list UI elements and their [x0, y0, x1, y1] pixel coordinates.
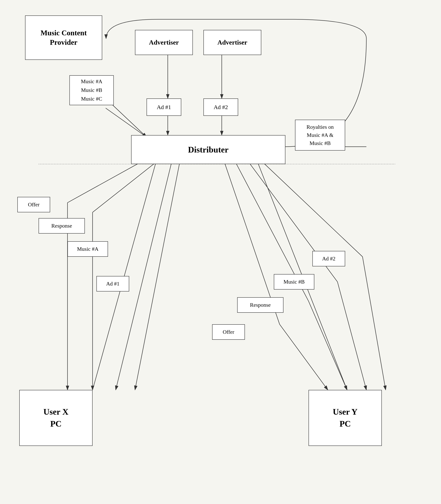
- distributer-box: Distributer: [131, 135, 285, 164]
- svg-line-8: [106, 108, 147, 137]
- ad1-top-label: Ad #1: [157, 104, 171, 110]
- ad2-bottom-box: Ad #2: [312, 251, 345, 266]
- advertiser2-label: Advertiser: [218, 39, 247, 46]
- user-x-label: User XPC: [43, 406, 68, 430]
- music-abc-box: Music #AMusic #BMusic #C: [69, 75, 114, 105]
- ad2-top-label: Ad #2: [214, 104, 228, 110]
- royalties-box: Royalties onMusic #A &Music #B: [295, 120, 345, 151]
- ad2-top-box: Ad #2: [204, 99, 238, 116]
- svg-line-14: [116, 154, 173, 390]
- offer-right-box: Offer: [212, 324, 245, 340]
- advertiser1-label: Advertiser: [149, 39, 179, 46]
- user-y-label: User YPC: [333, 406, 358, 430]
- svg-line-25: [254, 154, 347, 390]
- music-a-box: Music #A: [67, 241, 108, 257]
- svg-line-23: [362, 257, 386, 390]
- advertiser2-box: Advertiser: [204, 30, 261, 55]
- music-b-box: Music #B: [274, 274, 314, 289]
- music-a-label: Music #A: [77, 246, 98, 252]
- ad1-bottom-box: Ad #1: [96, 276, 129, 291]
- ad2-bottom-label: Ad #2: [322, 255, 335, 262]
- advertiser1-box: Advertiser: [135, 30, 193, 55]
- response-right-label: Response: [250, 302, 270, 308]
- svg-line-15: [135, 154, 181, 390]
- music-content-provider-box: Music ContentProvider: [25, 16, 102, 60]
- music-content-provider-label: Music ContentProvider: [41, 28, 87, 47]
- user-y-box: User YPC: [309, 390, 382, 446]
- response-right-box: Response: [237, 297, 284, 313]
- response-left-label: Response: [51, 223, 72, 229]
- offer-right-label: Offer: [223, 329, 234, 335]
- music-abc-label: Music #AMusic #BMusic #C: [81, 77, 102, 103]
- ad1-bottom-label: Ad #1: [106, 281, 119, 287]
- offer-left-box: Offer: [17, 197, 50, 212]
- svg-line-21: [337, 282, 366, 390]
- distributer-label: Distributer: [188, 145, 229, 155]
- user-x-box: User XPC: [19, 390, 93, 446]
- response-left-box: Response: [39, 218, 85, 234]
- svg-line-24: [93, 154, 158, 390]
- ad1-top-box: Ad #1: [147, 99, 181, 116]
- diagram-container: Music ContentProvider Advertiser Adverti…: [0, 0, 441, 504]
- royalties-label: Royalties onMusic #A &Music #B: [307, 123, 334, 147]
- svg-line-22: [254, 154, 362, 257]
- offer-left-label: Offer: [28, 202, 40, 208]
- music-b-label: Music #B: [284, 279, 305, 285]
- svg-line-17: [280, 324, 328, 390]
- svg-line-19: [309, 301, 347, 390]
